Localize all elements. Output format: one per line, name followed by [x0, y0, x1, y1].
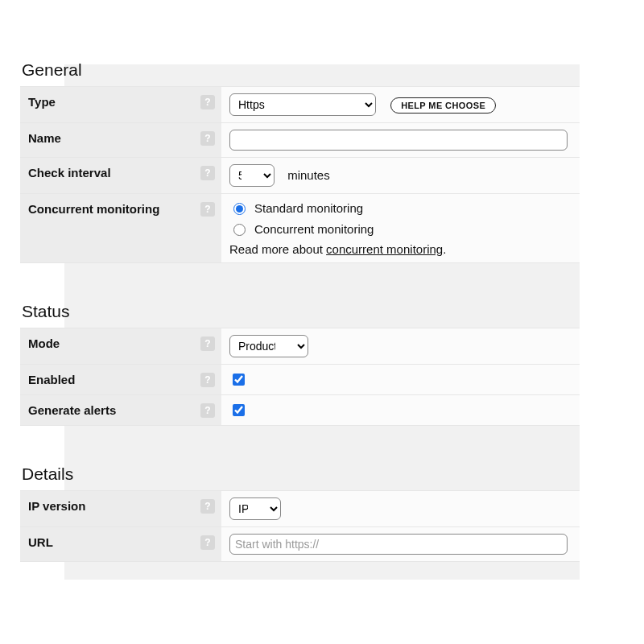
radio-row-concurrent: Concurrent monitoring	[229, 221, 572, 236]
url-input[interactable]	[229, 534, 568, 555]
label-concurrent: Concurrent monitoring	[28, 202, 159, 216]
input-cell-interval: 5 minutes	[221, 158, 580, 194]
help-icon[interactable]: ?	[200, 166, 215, 180]
label-generate-alerts: Generate alerts	[28, 403, 116, 417]
enabled-checkbox[interactable]	[233, 374, 245, 386]
readmore-link[interactable]: concurrent monitoring	[326, 242, 443, 256]
section-title-details: Details	[22, 464, 580, 484]
radio-row-standard: Standard monitoring	[229, 200, 572, 215]
label-cell-interval: Check interval ?	[20, 158, 221, 194]
label-cell-alerts: Generate alerts ?	[20, 395, 221, 426]
row-ip-version: IP version ? IPv4	[20, 491, 580, 527]
help-icon[interactable]: ?	[200, 131, 215, 146]
readmore-suffix: .	[443, 242, 446, 256]
section-title-status: Status	[22, 302, 580, 321]
input-cell-alerts	[221, 395, 580, 426]
radio-concurrent-label: Concurrent monitoring	[254, 222, 374, 236]
label-cell-mode: Mode ?	[20, 328, 221, 365]
label-ip-version: IP version	[28, 499, 85, 513]
help-icon[interactable]: ?	[200, 202, 215, 217]
row-concurrent: Concurrent monitoring ? Standard monitor…	[20, 194, 580, 263]
form-content: General Type ? Https HELP ME CHOOSE Name…	[0, 0, 580, 562]
label-cell-enabled: Enabled ?	[20, 365, 221, 395]
label-cell-url: URL ?	[20, 527, 221, 562]
details-table: IP version ? IPv4 URL ?	[20, 490, 580, 562]
mode-select[interactable]: Production	[229, 335, 308, 357]
input-cell-ip: IPv4	[221, 491, 580, 527]
input-cell-name	[221, 123, 580, 158]
label-cell-ip: IP version ?	[20, 491, 221, 527]
interval-unit: minutes	[287, 168, 330, 182]
interval-select[interactable]: 5	[229, 164, 275, 187]
help-me-choose-button[interactable]: HELP ME CHOOSE	[390, 97, 496, 114]
general-table: Type ? Https HELP ME CHOOSE Name ?	[20, 86, 580, 263]
help-icon[interactable]: ?	[200, 95, 215, 109]
label-name: Name	[28, 131, 61, 145]
input-cell-type: Https HELP ME CHOOSE	[221, 87, 580, 123]
radio-standard-label: Standard monitoring	[254, 201, 363, 215]
name-input[interactable]	[229, 130, 568, 151]
help-icon[interactable]: ?	[200, 403, 215, 418]
section-general: General Type ? Https HELP ME CHOOSE Name…	[20, 60, 580, 263]
label-url: URL	[28, 535, 53, 549]
radio-standard[interactable]	[233, 203, 246, 215]
row-mode: Mode ? Production	[20, 328, 580, 365]
type-select[interactable]: Https	[229, 93, 376, 116]
radio-concurrent[interactable]	[233, 224, 246, 236]
row-generate-alerts: Generate alerts ?	[20, 395, 580, 426]
label-cell-type: Type ?	[20, 87, 221, 123]
readmore-prefix: Read more about	[229, 242, 326, 256]
label-cell-name: Name ?	[20, 123, 221, 158]
label-cell-concurrent: Concurrent monitoring ?	[20, 194, 221, 263]
label-enabled: Enabled	[28, 373, 75, 386]
row-type: Type ? Https HELP ME CHOOSE	[20, 87, 580, 123]
input-cell-url	[221, 527, 580, 562]
section-details: Details IP version ? IPv4 URL ?	[20, 464, 580, 562]
readmore-text: Read more about concurrent monitoring.	[229, 242, 572, 256]
row-check-interval: Check interval ? 5 minutes	[20, 158, 580, 194]
row-url: URL ?	[20, 527, 580, 562]
status-table: Mode ? Production Enabled ?	[20, 328, 580, 426]
input-cell-concurrent: Standard monitoring Concurrent monitorin…	[221, 194, 580, 263]
help-icon[interactable]: ?	[200, 373, 215, 387]
help-icon[interactable]: ?	[200, 499, 215, 514]
label-type: Type	[28, 95, 56, 109]
section-status: Status Mode ? Production Enabled ?	[20, 302, 580, 426]
ip-version-select[interactable]: IPv4	[229, 497, 281, 520]
row-name: Name ?	[20, 123, 580, 158]
input-cell-enabled	[221, 365, 580, 395]
input-cell-mode: Production	[221, 328, 580, 365]
help-icon[interactable]: ?	[200, 336, 215, 351]
section-title-general: General	[22, 60, 580, 80]
row-enabled: Enabled ?	[20, 365, 580, 395]
label-check-interval: Check interval	[28, 166, 111, 180]
help-icon[interactable]: ?	[200, 535, 215, 550]
label-mode: Mode	[28, 336, 60, 350]
alerts-checkbox[interactable]	[233, 404, 245, 416]
